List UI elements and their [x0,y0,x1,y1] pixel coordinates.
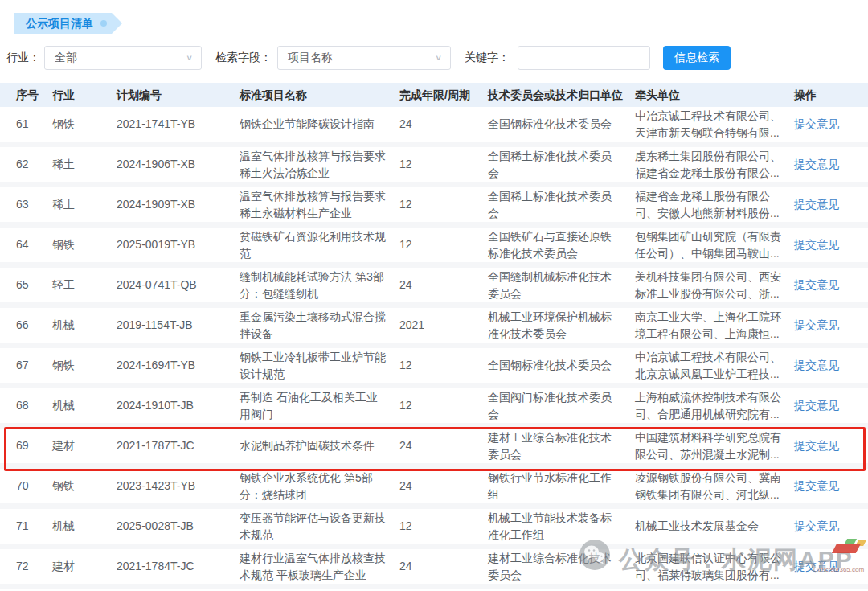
row-separator [0,463,868,469]
row-separator [0,544,868,549]
row-separator [0,383,868,388]
cell-lead: 南京工业大学、上海化工院环境工程有限公司、上海康恒... [635,309,794,342]
cell-plan-no: 2021-1787T-JC [117,437,240,454]
row-separator [0,142,868,147]
submit-opinion-link[interactable]: 提交意见 [794,318,839,331]
industry-label: 行业： [6,51,40,65]
cell-no: 63 [16,196,52,212]
table-row: 67 钢铁 2024-1694T-YB 钢铁工业冷轧板带工业炉节能设计规范 12… [0,348,868,388]
industry-select[interactable]: 全部 ∨ [44,46,202,70]
cell-period: 24 [399,437,488,454]
table-row: 64 钢铁 2025-0019T-YB 贫磁铁矿石资源化利用技术规范 12 全国… [0,228,868,268]
cell-no: 67 [16,357,52,373]
cell-industry: 钢铁 [52,236,117,252]
chevron-down-icon: ∨ [435,53,442,62]
cell-name: 温室气体排放核算与报告要求 稀土火法冶炼企业 [240,148,399,181]
cell-committee: 机械工业环境保护机械标准化技术委员会 [488,309,635,342]
col-header-period: 完成年限/周期 [399,87,488,103]
cell-industry: 建材 [52,558,117,574]
cell-lead: 中国建筑材料科学研究总院有限公司、苏州混凝土水泥制... [635,429,794,462]
submit-opinion-link[interactable]: 提交意见 [794,439,839,452]
cell-industry: 钢铁 [52,357,117,373]
col-header-industry: 行业 [52,87,117,103]
submit-opinion-link[interactable]: 提交意见 [794,278,839,291]
search-field-label: 检索字段： [215,51,272,65]
cell-name: 钢铁工业冷轧板带工业炉节能设计规范 [240,349,399,382]
tab-dot-icon [100,20,107,27]
cell-plan-no: 2024-1910T-JB [117,397,240,413]
cell-plan-no: 2019-1154T-JB [117,317,240,333]
table-row: 68 机械 2024-1910T-JB 再制造 石油化工及相关工业用阀门 12 … [0,388,868,429]
cell-no: 64 [16,236,52,252]
cell-industry: 稀土 [52,156,117,172]
cell-committee: 全国钢标准化技术委员会 [488,357,635,373]
cell-lead: 机械工业技术发展基金会 [635,518,794,534]
industry-select-value: 全部 [55,51,186,65]
submit-opinion-link[interactable]: 提交意见 [794,359,839,371]
submit-opinion-link[interactable]: 提交意见 [794,238,839,251]
cell-name: 贫磁铁矿石资源化利用技术规范 [240,228,399,261]
cell-period: 12 [399,196,488,212]
cell-plan-no: 2021-1784T-JC [117,558,240,574]
cell-industry: 机械 [52,518,117,534]
cell-plan-no: 2023-1423T-YB [117,478,240,494]
tab-public-project-list[interactable]: 公示项目清单 [14,13,112,34]
cell-committee: 建材工业综合标准化技术委员会 [488,550,635,583]
search-button[interactable]: 信息检索 [663,46,731,70]
cell-lead: 虔东稀土集团股份有限公司、福建省金龙稀土股份有限公... [635,148,794,181]
table-row: 69 建材 2021-1787T-JC 水泥制品养护固碳技术条件 24 建材工业… [0,429,868,469]
col-header-committee: 技术委员会或技术归口单位 [488,87,635,103]
cell-no: 61 [16,116,52,132]
cell-period: 24 [399,116,488,132]
search-field-select[interactable]: 项目名称 ∨ [277,46,451,70]
cell-plan-no: 2025-0028T-JB [117,518,240,534]
keyword-input[interactable] [518,46,650,70]
submit-opinion-link[interactable]: 提交意见 [794,519,839,532]
cell-name: 重金属污染土壤移动式混合搅拌设备 [240,309,399,342]
table-row: 66 机械 2019-1154T-JB 重金属污染土壤移动式混合搅拌设备 202… [0,308,868,348]
col-header-action: 操作 [794,87,868,103]
cell-lead: 福建省金龙稀土股份有限公司、安徽大地熊新材料股份... [635,188,794,221]
cell-period: 12 [399,357,488,373]
table-row: 63 稀土 2024-1909T-XB 温室气体排放核算与报告要求 稀土永磁材料… [0,187,868,228]
cell-period: 12 [399,236,488,252]
cell-committee: 全国缝制机械标准化技术委员会 [488,269,635,302]
row-separator [0,503,868,509]
cell-plan-no: 2025-0019T-YB [117,236,240,252]
cell-no: 65 [16,277,52,293]
cell-lead: 中冶京诚工程技术有限公司、天津市新天钢联合特钢有限... [635,108,794,141]
table-row: 65 轻工 2024-0741T-QB 缝制机械能耗试验方法 第3部分：包缝缝纫… [0,268,868,308]
table-header: 序号 行业 计划编号 标准项目名称 完成年限/周期 技术委员会或技术归口单位 牵… [0,83,868,107]
cell-no: 66 [16,317,52,333]
submit-opinion-link[interactable]: 提交意见 [794,479,839,492]
cell-industry: 机械 [52,397,117,413]
cell-lead: 上海柏威流体控制技术有限公司、合肥通用机械研究院有... [635,389,794,422]
cell-committee: 全国阀门标准化技术委员会 [488,389,635,422]
cell-no: 62 [16,156,52,172]
table-row: 71 机械 2025-0028T-JB 变压器节能评估与设备更新技术规范 12 … [0,509,868,549]
cell-industry: 稀土 [52,196,117,212]
col-header-no: 序号 [16,87,52,103]
cell-no: 70 [16,478,52,494]
cell-period: 24 [399,277,488,293]
cell-committee: 全国钢标准化技术委员会 [488,116,635,132]
cell-name: 水泥制品养护固碳技术条件 [240,437,399,454]
cell-lead: 北京国建联信认证中心有限公司、福莱特玻璃集团股份有... [635,550,794,583]
tab-label: 公示项目清单 [26,13,93,34]
cell-period: 24 [399,478,488,494]
cell-name: 再制造 石油化工及相关工业用阀门 [240,389,399,422]
search-field-select-value: 项目名称 [288,51,435,65]
submit-opinion-link[interactable]: 提交意见 [794,117,839,130]
submit-opinion-link[interactable]: 提交意见 [794,158,839,170]
row-separator [0,262,868,268]
cell-no: 72 [16,558,52,574]
submit-opinion-link[interactable]: 提交意见 [794,198,839,211]
cell-committee: 钢铁行业节水标准化工作组 [488,470,635,503]
col-header-name: 标准项目名称 [240,87,399,103]
row-separator [0,302,868,308]
cell-period: 24 [399,558,488,574]
table-row: 70 钢铁 2023-1423T-YB 钢铁企业水系统优化 第5部分：烧结球团 … [0,469,868,509]
submit-opinion-link[interactable]: 提交意见 [794,560,839,573]
cell-plan-no: 2024-1909T-XB [117,196,240,212]
submit-opinion-link[interactable]: 提交意见 [794,399,839,412]
